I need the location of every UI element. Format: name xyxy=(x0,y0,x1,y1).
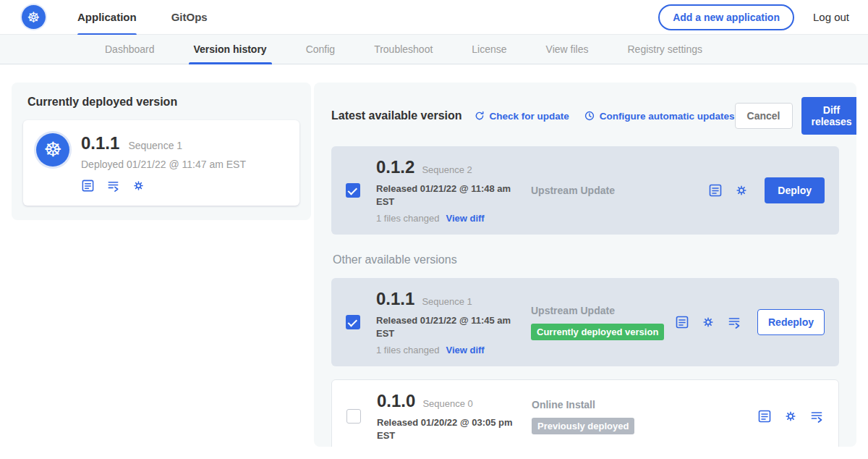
files-changed-label: 1 files changed xyxy=(376,345,439,355)
redeploy-button[interactable]: Redeploy xyxy=(757,309,825,335)
deploy-logs-icon[interactable] xyxy=(106,179,120,193)
released-timestamp: Released 01/20/22 @ 03:05 pm EST xyxy=(377,416,519,442)
refresh-icon xyxy=(474,110,485,122)
version-checkbox[interactable] xyxy=(346,183,360,198)
tab-license[interactable]: License xyxy=(452,35,526,64)
released-timestamp: Released 01/21/22 @ 11:45 am EST xyxy=(376,314,518,340)
check-for-update-link[interactable]: Check for update xyxy=(474,110,569,122)
view-diff-link[interactable]: View diff xyxy=(446,213,484,224)
tab-version-history[interactable]: Version history xyxy=(174,35,286,64)
version-row: 0.1.2 Sequence 2 Released 01/21/22 @ 11:… xyxy=(331,146,839,235)
sequence-label: Sequence 1 xyxy=(422,296,472,307)
diff-releases-button[interactable]: Diff releases xyxy=(801,97,857,135)
version-source-label: Upstream Update xyxy=(531,305,675,316)
previously-deployed-badge: Previously deployed xyxy=(532,418,634,434)
logout-link[interactable]: Log out xyxy=(813,11,849,23)
tab-config[interactable]: Config xyxy=(286,35,354,64)
edit-config-icon[interactable] xyxy=(783,409,798,424)
view-diff-link[interactable]: View diff xyxy=(446,345,484,355)
sequence-label: Sequence 0 xyxy=(422,398,472,409)
nav-tab-application[interactable]: Application xyxy=(77,0,137,35)
sub-navbar: Dashboard Version history Config Trouble… xyxy=(0,35,868,64)
version-checkbox[interactable] xyxy=(346,409,361,424)
add-new-application-button[interactable]: Add a new application xyxy=(658,4,794,30)
version-source-label: Online Install xyxy=(532,399,757,410)
deploy-logs-icon[interactable] xyxy=(727,315,741,329)
latest-version-title: Latest available version xyxy=(331,109,462,122)
version-number: 0.1.2 xyxy=(376,157,414,177)
edit-config-icon[interactable] xyxy=(701,315,715,329)
deployed-version-card: 0.1.1 Sequence 1 Deployed 01/21/22 @ 11:… xyxy=(23,120,299,206)
edit-config-icon[interactable] xyxy=(734,183,749,198)
currently-deployed-panel: Currently deployed version 0.1.1 Sequenc… xyxy=(12,83,311,220)
deployed-timestamp: Deployed 01/21/22 @ 11:47 am EST xyxy=(81,159,246,170)
release-notes-icon[interactable] xyxy=(81,179,95,193)
tab-view-files[interactable]: View files xyxy=(527,35,608,64)
tab-registry-settings[interactable]: Registry settings xyxy=(608,35,721,64)
deployed-sequence-label: Sequence 1 xyxy=(128,140,182,151)
version-source-label: Upstream Update xyxy=(531,185,708,196)
tab-dashboard[interactable]: Dashboard xyxy=(85,35,174,64)
app-kubernetes-icon xyxy=(36,133,69,167)
nav-tab-gitops[interactable]: GitOps xyxy=(171,0,208,35)
version-number: 0.1.0 xyxy=(377,391,415,411)
released-timestamp: Released 01/21/22 @ 11:48 am EST xyxy=(376,182,518,208)
release-notes-icon[interactable] xyxy=(708,183,723,198)
files-changed-label: 1 files changed xyxy=(376,213,439,224)
deployed-version-number: 0.1.1 xyxy=(81,133,119,153)
cancel-button[interactable]: Cancel xyxy=(735,103,793,129)
top-navbar: Application GitOps Add a new application… xyxy=(0,0,868,35)
deployed-panel-title: Currently deployed version xyxy=(27,96,299,109)
kubernetes-logo-icon xyxy=(22,5,46,29)
deploy-logs-icon[interactable] xyxy=(809,409,824,424)
currently-deployed-badge: Currently deployed version xyxy=(531,324,664,340)
version-row: 0.1.0 Sequence 0 Released 01/20/22 @ 03:… xyxy=(331,379,839,447)
other-versions-title: Other available versions xyxy=(333,253,839,266)
version-checkbox[interactable] xyxy=(346,315,360,329)
release-notes-icon[interactable] xyxy=(757,409,772,424)
configure-automatic-updates-link[interactable]: Configure automatic updates xyxy=(584,110,735,122)
edit-config-icon[interactable] xyxy=(132,179,145,193)
sequence-label: Sequence 2 xyxy=(422,164,472,175)
release-notes-icon[interactable] xyxy=(675,315,689,329)
deploy-button[interactable]: Deploy xyxy=(765,177,825,203)
clock-icon xyxy=(584,110,595,122)
version-history-panel: Latest available version Check for updat… xyxy=(314,83,856,447)
latest-version-header: Latest available version Check for updat… xyxy=(331,97,839,135)
version-row: 0.1.1 Sequence 1 Released 01/21/22 @ 11:… xyxy=(331,278,839,366)
tab-troubleshoot[interactable]: Troubleshoot xyxy=(354,35,452,64)
version-number: 0.1.1 xyxy=(376,289,414,309)
